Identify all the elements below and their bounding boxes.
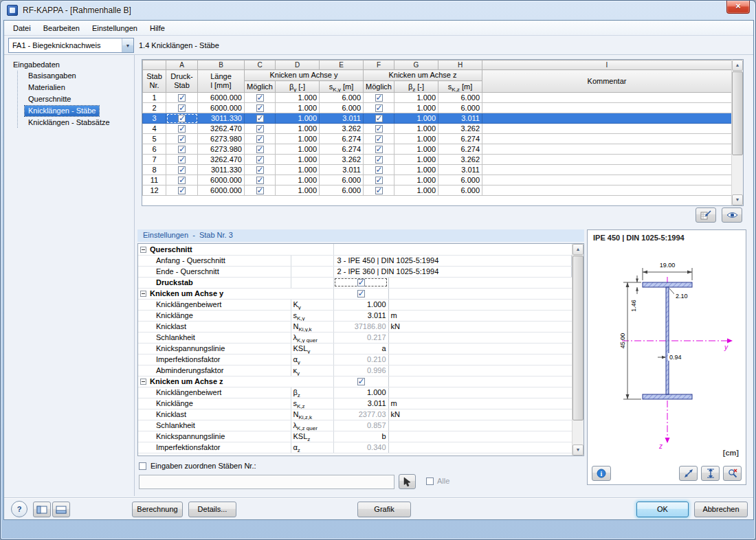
cell-sk-z[interactable]: 6.000 (438, 185, 482, 196)
settings-value[interactable]: 2 - IPE 360 | DIN 1025-5:1994 (333, 266, 571, 277)
scroll-up-icon[interactable]: ▲ (732, 60, 743, 71)
cell-beta-y[interactable]: 1.000 (276, 113, 320, 124)
cell-kommentar[interactable] (482, 155, 732, 165)
row-number[interactable]: 7 (143, 155, 166, 165)
cell-moeglich-y[interactable] (245, 155, 276, 165)
cell-beta-y[interactable]: 1.000 (276, 103, 320, 113)
cell-moeglich-z[interactable] (364, 165, 394, 175)
scrollbar-thumb[interactable] (572, 256, 583, 420)
sidebar-item[interactable]: Materialien (25, 82, 69, 93)
cell-laenge[interactable]: 3262.470 (198, 155, 245, 165)
help-button[interactable]: ? (11, 501, 27, 517)
checkbox[interactable] (256, 135, 264, 143)
settings-value[interactable]: 1.000 (333, 387, 388, 398)
cell-moeglich-y[interactable] (245, 144, 276, 155)
cell-kommentar[interactable] (482, 134, 732, 144)
zoom-off-button[interactable] (723, 466, 742, 481)
cell-kommentar[interactable] (482, 103, 732, 113)
row-number[interactable]: 1 (143, 93, 166, 103)
cell-sk-z[interactable]: 6.274 (438, 144, 482, 155)
cell-beta-y[interactable]: 1.000 (276, 175, 320, 185)
cell-moeglich-y[interactable] (245, 165, 276, 175)
cell-sk-y[interactable]: 3.011 (320, 165, 364, 175)
table-row[interactable]: 73262.4701.0003.2621.0003.262 (143, 155, 732, 165)
cell-laenge[interactable]: 6000.000 (198, 93, 245, 103)
cell-moeglich-y[interactable] (245, 185, 276, 196)
checkbox[interactable] (375, 187, 383, 194)
alle-checkbox[interactable] (426, 477, 434, 485)
settings-row[interactable]: Imperfektionsfaktorαz0.340 (138, 442, 572, 453)
checkbox[interactable] (375, 156, 383, 164)
cell-beta-z[interactable]: 1.000 (394, 165, 438, 175)
checkbox[interactable] (178, 187, 186, 194)
grafik-button[interactable]: Grafik (357, 502, 411, 517)
cell-sk-y[interactable]: 6.000 (320, 175, 364, 185)
assign-checkbox[interactable] (139, 462, 146, 470)
checkbox[interactable] (357, 290, 365, 297)
settings-value[interactable]: 3.011 (333, 310, 388, 321)
toggle-navigator-button[interactable] (33, 502, 51, 517)
settings-row[interactable]: Knicken um Achse z (138, 376, 572, 387)
settings-value[interactable] (333, 277, 388, 288)
cell-beta-z[interactable]: 1.000 (394, 124, 438, 134)
tree-root[interactable]: Eingabedaten (11, 60, 62, 69)
checkbox[interactable] (375, 104, 383, 112)
assign-members-input[interactable] (139, 475, 394, 489)
cell-moeglich-z[interactable] (364, 113, 394, 124)
cell-beta-y[interactable]: 1.000 (276, 155, 320, 165)
cell-beta-z[interactable]: 1.000 (394, 134, 438, 144)
row-number[interactable]: 11 (143, 175, 166, 185)
column-letter[interactable]: E (320, 60, 364, 70)
cell-beta-y[interactable]: 1.000 (276, 93, 320, 103)
cell-sk-z[interactable]: 6.000 (438, 175, 482, 185)
settings-row[interactable]: KnickspannungslinieKSLzb (138, 431, 572, 442)
row-number[interactable]: 3 (143, 113, 166, 124)
cell-beta-z[interactable]: 1.000 (394, 144, 438, 155)
cell-sk-z[interactable]: 3.262 (438, 155, 482, 165)
checkbox[interactable] (357, 378, 365, 385)
settings-row[interactable]: Imperfektionsfaktorαy0.210 (138, 354, 572, 365)
checkbox[interactable] (357, 279, 365, 286)
table-scrollbar[interactable]: ▲ ▼ (731, 60, 743, 205)
settings-value[interactable] (333, 376, 388, 387)
collapse-icon[interactable] (140, 379, 146, 385)
table-row[interactable]: 26000.0001.0006.0001.0006.000 (143, 103, 732, 113)
sidebar-item[interactable]: Querschnitte (25, 94, 74, 104)
table-row[interactable]: 66273.9801.0006.2741.0006.274 (143, 144, 732, 155)
cell-moeglich-z[interactable] (364, 134, 394, 144)
settings-value[interactable]: 37186.80 (333, 321, 388, 332)
cell-sk-y[interactable]: 6.000 (320, 103, 364, 113)
table-row[interactable]: 43262.4701.0003.2621.0003.262 (143, 124, 732, 134)
row-number[interactable]: 8 (143, 165, 166, 175)
checkbox[interactable] (256, 94, 264, 102)
settings-row[interactable]: Abminderungsfaktorκy0.996 (138, 365, 572, 376)
cell-druckstab[interactable] (166, 165, 198, 175)
cell-sk-y[interactable]: 3.011 (320, 113, 364, 124)
cell-moeglich-z[interactable] (364, 144, 394, 155)
cell-druckstab[interactable] (166, 103, 198, 113)
cell-druckstab[interactable] (166, 175, 198, 185)
cell-sk-y[interactable]: 3.262 (320, 155, 364, 165)
settings-value[interactable] (333, 288, 388, 299)
checkbox[interactable] (178, 166, 186, 174)
settings-row[interactable]: KnicklängesK,y3.011m (138, 310, 572, 321)
checkbox[interactable] (375, 166, 383, 174)
cell-sk-z[interactable]: 3.262 (438, 124, 482, 134)
menu-item[interactable]: Hilfe (144, 22, 171, 34)
cell-laenge[interactable]: 6273.980 (198, 144, 245, 155)
settings-row[interactable]: KnickspannungslinieKSLya (138, 343, 572, 354)
cell-beta-y[interactable]: 1.000 (276, 185, 320, 196)
cell-kommentar[interactable] (482, 185, 732, 196)
checkbox[interactable] (256, 156, 264, 164)
cell-sk-z[interactable]: 3.011 (438, 113, 482, 124)
stress-points-button[interactable] (701, 466, 720, 481)
column-letter[interactable]: A (166, 60, 198, 70)
apply-to-graphic-button[interactable] (696, 207, 716, 223)
cell-moeglich-y[interactable] (245, 113, 276, 124)
checkbox[interactable] (375, 125, 383, 133)
pick-members-button[interactable] (399, 474, 416, 489)
settings-value[interactable]: 2377.03 (333, 409, 388, 420)
cell-kommentar[interactable] (482, 124, 732, 134)
cell-moeglich-z[interactable] (364, 155, 394, 165)
collapse-icon[interactable] (140, 291, 146, 297)
